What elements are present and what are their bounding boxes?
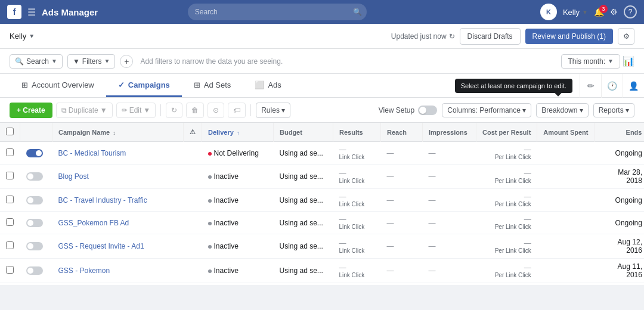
row-checkbox[interactable] — [6, 218, 14, 226]
notification-badge: 3 — [599, 5, 608, 13]
results-sub: Link Click — [339, 247, 375, 254]
edit-button[interactable]: ✏ Edit ▼ — [116, 103, 156, 118]
nav-user[interactable]: Kelly ▼ — [563, 8, 588, 17]
row-checkbox-cell[interactable] — [0, 234, 20, 259]
filters-button[interactable]: ▼ Filters ▼ — [67, 54, 115, 69]
select-all-checkbox[interactable] — [6, 128, 14, 135]
person-icon[interactable]: 👤 — [623, 74, 644, 98]
view-setup-toggle[interactable] — [418, 106, 437, 115]
create-button[interactable]: + Create — [10, 103, 52, 118]
row-amount-cell — [537, 259, 595, 283]
reports-button[interactable]: Reports ▾ — [593, 103, 634, 117]
tab-ad-sets[interactable]: ⊞ Ad Sets — [182, 74, 243, 97]
row-checkbox[interactable] — [6, 172, 14, 179]
row-checkbox-cell[interactable] — [0, 142, 20, 165]
settings-icon[interactable]: ⚙ — [610, 7, 618, 17]
campaign-toggle[interactable] — [26, 196, 43, 204]
row-checkbox[interactable] — [6, 148, 14, 156]
campaign-name-link[interactable]: BC - Medical Tourism — [58, 149, 126, 157]
breakdown-button[interactable]: Breakdown ▾ — [536, 103, 588, 117]
row-toggle-cell[interactable] — [20, 142, 52, 165]
campaign-toggle-knob — [27, 220, 33, 226]
row-toggle-cell[interactable] — [20, 234, 52, 259]
header-checkbox[interactable] — [0, 123, 20, 142]
row-name-cell: GSS - Pokemon — [52, 259, 184, 283]
row-delivery-cell: Inactive — [202, 234, 274, 259]
menu-icon[interactable]: ☰ — [27, 7, 36, 18]
row-impressions-cell: — — [423, 189, 476, 212]
row-impressions-cell: — — [423, 234, 476, 259]
header-reach[interactable]: Reach — [381, 123, 423, 142]
review-publish-button[interactable]: Review and Publish (1) — [525, 29, 613, 44]
row-toggle-cell[interactable] — [20, 212, 52, 234]
row-toggle-cell[interactable] — [20, 283, 52, 286]
table-row: GSS_Pokemon FB Ad Inactive Using ad se..… — [0, 212, 644, 234]
row-results-cell: — Link Click — [333, 283, 381, 286]
header-impressions[interactable]: Impressions — [423, 123, 476, 142]
header-delivery[interactable]: Delivery ↑ — [202, 123, 274, 142]
campaign-name-link[interactable]: GSS - Request Invite - Ad1 — [58, 242, 144, 250]
campaign-name-link[interactable]: GSS_Pokemon FB Ad — [58, 219, 129, 227]
campaign-name-link[interactable]: Blog Post — [58, 172, 89, 181]
header-ends[interactable]: Ends — [595, 123, 644, 142]
row-cost-cell: — Per Link Click — [476, 142, 537, 165]
campaign-toggle[interactable] — [26, 219, 43, 227]
history-button[interactable]: ⊙ — [208, 103, 224, 118]
avatar[interactable]: K — [540, 4, 557, 20]
row-impressions-cell: — — [423, 165, 476, 189]
header-campaign-name[interactable]: Campaign Name ↕ — [52, 123, 184, 142]
search-filter-button[interactable]: 🔍 Search ▼ — [10, 54, 63, 69]
refresh-icon[interactable]: ↻ — [449, 32, 455, 41]
row-results-cell: — Link Click — [333, 189, 381, 212]
header-results[interactable]: Results — [333, 123, 381, 142]
row-checkbox[interactable] — [6, 196, 14, 203]
table-row: GSS_Clicks Inactive Using ad se... — Lin… — [0, 283, 644, 286]
row-checkbox[interactable] — [6, 266, 14, 274]
row-checkbox-cell[interactable] — [0, 283, 20, 286]
row-checkbox-cell[interactable] — [0, 212, 20, 234]
columns-button[interactable]: Columns: Performance ▾ — [442, 103, 531, 117]
help-icon[interactable]: ? — [624, 5, 637, 18]
row-checkbox-cell[interactable] — [0, 165, 20, 189]
tab-campaigns[interactable]: ✓ Campaigns — [106, 74, 182, 97]
row-toggle-cell[interactable] — [20, 259, 52, 283]
campaign-toggle[interactable] — [26, 242, 43, 250]
pencil-icon[interactable]: ✏ — [580, 74, 601, 98]
notifications-icon[interactable]: 🔔 3 — [594, 7, 604, 17]
row-toggle-cell[interactable] — [20, 189, 52, 212]
tab-ads[interactable]: ⬜ Ads — [243, 74, 293, 97]
refresh-tool-button[interactable]: ↻ — [166, 103, 182, 118]
header-cost[interactable]: Cost per Result — [476, 123, 537, 142]
clock-icon[interactable]: 🕐 — [601, 74, 623, 98]
account-settings-icon[interactable]: ⚙ — [618, 28, 634, 45]
search-filter-icon: 🔍 — [15, 57, 24, 66]
discard-drafts-button[interactable]: Discard Drafts — [460, 28, 521, 45]
tag-button[interactable]: 🏷 — [228, 103, 246, 118]
bar-chart-icon[interactable]: 📊 — [623, 55, 634, 67]
search-icon[interactable]: 🔍 — [353, 8, 362, 16]
campaign-toggle[interactable] — [26, 149, 43, 157]
row-cost-cell: — Per Link Click — [476, 165, 537, 189]
duplicate-button[interactable]: ⧉ Duplicate ▼ — [56, 103, 113, 118]
row-toggle-cell[interactable] — [20, 165, 52, 189]
row-checkbox[interactable] — [6, 241, 14, 249]
header-budget[interactable]: Budget — [274, 123, 333, 142]
account-selector[interactable]: Kelly ▼ — [10, 32, 35, 41]
delivery-sort-icon: ↑ — [237, 130, 240, 136]
row-checkbox-cell[interactable] — [0, 189, 20, 212]
tab-account-overview[interactable]: ⊞ Account Overview — [10, 74, 106, 97]
date-range-selector[interactable]: This month: ▼ — [561, 54, 620, 69]
campaign-name-link[interactable]: GSS - Pokemon — [58, 266, 110, 275]
duplicate-chevron-icon: ▼ — [100, 106, 107, 114]
search-input[interactable] — [188, 4, 367, 20]
header-amount-spent[interactable]: Amount Spent — [537, 123, 595, 142]
campaign-toggle[interactable] — [26, 172, 43, 181]
row-checkbox-cell[interactable] — [0, 259, 20, 283]
delete-button[interactable]: 🗑 — [186, 103, 204, 118]
row-cost-cell: — Per Link Click — [476, 259, 537, 283]
add-filter-button[interactable]: + — [120, 55, 133, 68]
campaign-toggle-knob — [27, 197, 33, 203]
campaign-toggle[interactable] — [26, 266, 43, 275]
rules-button[interactable]: Rules ▾ — [256, 103, 290, 118]
campaign-name-link[interactable]: BC - Travel Industry - Traffic — [58, 196, 147, 204]
